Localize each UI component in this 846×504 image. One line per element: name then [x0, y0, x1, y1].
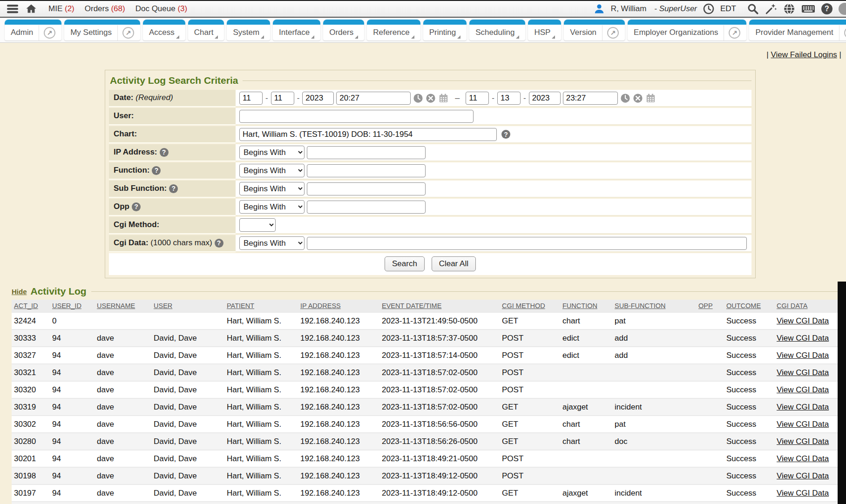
tab-hsp[interactable]: HSP: [528, 20, 561, 40]
user-icon[interactable]: [594, 3, 605, 14]
date-from-time-input[interactable]: [336, 92, 411, 105]
globe-icon[interactable]: [783, 3, 795, 15]
sub-function-help-icon[interactable]: ?: [169, 184, 178, 193]
column-header-event-date-time[interactable]: EVENT DATE/TIME: [382, 302, 441, 309]
tab-version[interactable]: Version↗: [564, 20, 625, 40]
view-cgi-data-link[interactable]: View CGI Data: [777, 316, 829, 325]
time-picker-icon[interactable]: [413, 93, 423, 103]
sub-function-match-select[interactable]: Begins With: [239, 182, 305, 195]
tab-system[interactable]: System: [227, 20, 270, 40]
date-to-month-input[interactable]: [466, 92, 489, 105]
column-header-act-id[interactable]: ACT_ID: [14, 302, 38, 309]
external-link-icon[interactable]: ↗: [44, 27, 55, 39]
cutoff-icon[interactable]: [839, 3, 846, 15]
column-header-opp[interactable]: OPP: [698, 302, 713, 309]
column-header-user-id[interactable]: USER_ID: [52, 302, 81, 309]
chart-input[interactable]: [239, 128, 497, 141]
function-match-select[interactable]: Begins With: [239, 164, 305, 177]
hide-link[interactable]: Hide: [12, 288, 27, 296]
tab-orders[interactable]: Orders: [323, 20, 364, 40]
search-button[interactable]: Search: [385, 256, 425, 271]
cgi-method-select[interactable]: [239, 218, 276, 232]
view-cgi-data-link[interactable]: View CGI Data: [777, 454, 829, 463]
tab-admin[interactable]: Admin↗: [5, 20, 61, 40]
tab-chart[interactable]: Chart: [188, 20, 224, 40]
tab-access[interactable]: Access: [143, 20, 185, 40]
home-icon[interactable]: [25, 3, 37, 14]
column-header-ip-address[interactable]: IP ADDRESS: [300, 302, 341, 309]
search-icon[interactable]: [747, 3, 759, 15]
hamburger-menu-icon[interactable]: [7, 4, 19, 14]
time-picker-icon[interactable]: [620, 93, 630, 103]
column-header-sub-function[interactable]: SUB-FUNCTION: [615, 302, 666, 309]
tab-label: Version: [570, 28, 596, 37]
cgi-data-input[interactable]: [307, 237, 747, 250]
cgi-data-help-icon[interactable]: ?: [215, 239, 223, 248]
table-scrollbar[interactable]: [838, 282, 846, 504]
ip-match-select[interactable]: Begins With: [239, 146, 305, 159]
tab-reference[interactable]: Reference: [367, 20, 420, 40]
external-link-icon[interactable]: ↗: [844, 27, 846, 39]
keyboard-icon[interactable]: [801, 3, 815, 14]
clear-date-icon[interactable]: [633, 93, 643, 103]
calendar-icon[interactable]: [645, 93, 656, 103]
nav-doc-queue[interactable]: Doc Queue (3): [135, 4, 188, 13]
external-link-icon[interactable]: ↗: [729, 27, 740, 39]
date-from-year-input[interactable]: [302, 92, 334, 105]
opp-match-select[interactable]: Begins With: [239, 200, 305, 214]
date-from-day-input[interactable]: [271, 92, 294, 105]
function-help-icon[interactable]: ?: [152, 166, 161, 175]
help-icon[interactable]: ?: [821, 3, 832, 14]
column-header-user[interactable]: USER: [154, 302, 172, 309]
opp-input[interactable]: [307, 201, 426, 214]
view-cgi-data-link[interactable]: View CGI Data: [777, 334, 829, 343]
external-link-icon[interactable]: ↗: [607, 27, 619, 39]
clear-date-icon[interactable]: [426, 93, 436, 103]
nav-mie[interactable]: MIE (2): [48, 4, 74, 13]
column-header-patient[interactable]: PATIENT: [227, 302, 254, 309]
nav-orders[interactable]: Orders (68): [85, 4, 125, 13]
view-cgi-data-link[interactable]: View CGI Data: [777, 471, 829, 480]
date-to-year-input[interactable]: [529, 92, 561, 105]
pipe-left: |: [766, 50, 768, 59]
date-from-month-input[interactable]: [239, 92, 263, 105]
date-to-day-input[interactable]: [497, 92, 521, 105]
column-header-cgi-data[interactable]: CGI DATA: [777, 302, 807, 309]
clock-icon[interactable]: [703, 3, 714, 14]
tab-scheduling[interactable]: Scheduling: [469, 20, 525, 40]
user-input[interactable]: [239, 110, 474, 123]
view-cgi-data-link[interactable]: View CGI Data: [777, 489, 829, 497]
view-cgi-data-link[interactable]: View CGI Data: [777, 420, 829, 429]
tab-printing[interactable]: Printing: [423, 20, 467, 40]
date-to-time-input[interactable]: [563, 92, 618, 105]
column-header-function[interactable]: FUNCTION: [562, 302, 597, 309]
column-header-outcome[interactable]: OUTCOME: [726, 302, 761, 309]
view-cgi-data-link[interactable]: View CGI Data: [777, 368, 829, 377]
tab-employer-organizations[interactable]: Employer Organizations↗: [628, 20, 746, 40]
view-failed-logins-link[interactable]: View Failed Logins: [771, 50, 837, 59]
tab-provider-management[interactable]: Provider Management↗: [749, 20, 846, 40]
function-input[interactable]: [307, 164, 426, 177]
tab-interface[interactable]: Interface: [273, 20, 320, 40]
view-cgi-data-link[interactable]: View CGI Data: [777, 403, 829, 411]
chart-help-icon[interactable]: ?: [501, 130, 510, 139]
column-header-username[interactable]: USERNAME: [97, 302, 135, 309]
view-cgi-data-link[interactable]: View CGI Data: [777, 385, 829, 394]
view-cgi-data-link[interactable]: View CGI Data: [777, 437, 829, 446]
table-cell: 2023-11-13T18:57:14-0500: [379, 347, 500, 364]
ip-address-help-icon[interactable]: ?: [160, 148, 169, 157]
external-link-icon[interactable]: ↗: [122, 27, 134, 39]
opp-help-icon[interactable]: ?: [132, 202, 141, 211]
table-cell: Success: [724, 416, 774, 433]
column-header-cell: OUTCOME: [724, 300, 774, 312]
cgi-data-match-select[interactable]: Begins With: [239, 236, 305, 250]
ip-address-input[interactable]: [307, 146, 426, 159]
calendar-icon[interactable]: [438, 93, 449, 103]
view-cgi-data-link[interactable]: View CGI Data: [777, 351, 829, 360]
wand-icon[interactable]: [765, 3, 777, 15]
sub-function-input[interactable]: [307, 182, 426, 195]
timezone-label: EDT: [720, 4, 736, 13]
clear-all-button[interactable]: Clear All: [432, 256, 476, 271]
column-header-cgi-method[interactable]: CGI METHOD: [502, 302, 545, 309]
tab-my-settings[interactable]: My Settings↗: [64, 20, 140, 40]
